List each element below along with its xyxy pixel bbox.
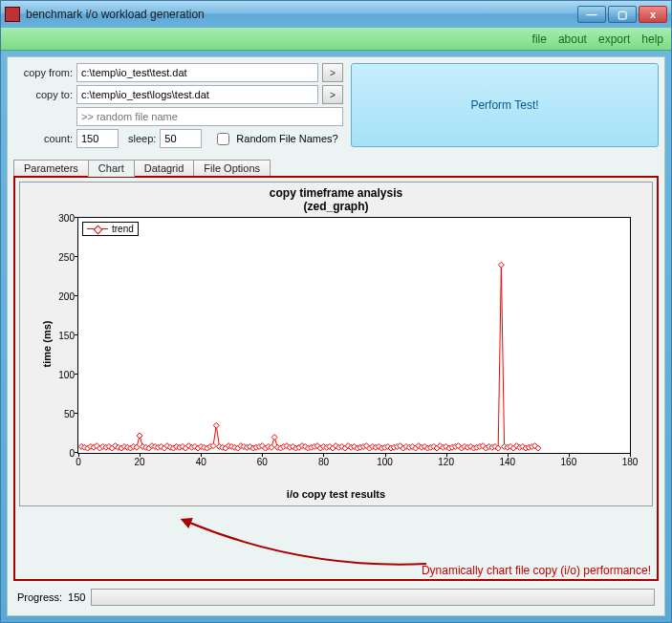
copy-to-label: copy to: xyxy=(13,89,73,100)
menu-file[interactable]: file xyxy=(532,32,547,46)
count-input[interactable] xyxy=(76,129,119,148)
sleep-input[interactable] xyxy=(160,129,202,148)
chart-plot-area: trend 0501001502002503000204060801001201… xyxy=(77,217,631,454)
progress-value: 150 xyxy=(68,591,85,603)
progress-label: Progress: xyxy=(17,591,62,603)
perform-test-button[interactable]: Perform Test! xyxy=(351,63,659,147)
content-panel: copy from: > copy to: > count: sleep: xyxy=(7,56,665,616)
chart-ylabel: time (ms) xyxy=(41,321,53,368)
copy-from-browse-button[interactable]: > xyxy=(322,63,343,82)
tab-file-options[interactable]: File Options xyxy=(193,160,271,177)
menu-export[interactable]: export xyxy=(598,32,630,46)
annotation-arrow-icon xyxy=(111,512,474,579)
tabs: Parameters Chart Datagrid File Options xyxy=(13,159,659,176)
chart-svg xyxy=(78,218,630,453)
tab-datagrid[interactable]: Datagrid xyxy=(134,160,195,177)
chart-highlight-box: copy timeframe analysis (zed_graph) time… xyxy=(13,176,659,581)
app-icon xyxy=(5,7,20,22)
progress-row: Progress: 150 xyxy=(13,581,659,610)
chart-panel: copy timeframe analysis (zed_graph) time… xyxy=(19,182,653,506)
sleep-label: sleep: xyxy=(128,133,156,144)
menu-about[interactable]: about xyxy=(558,32,587,46)
perform-test-label: Perform Test! xyxy=(470,98,538,112)
minimize-button[interactable]: — xyxy=(577,6,606,23)
tab-chart[interactable]: Chart xyxy=(88,160,135,177)
random-filenames-checkbox[interactable] xyxy=(217,133,229,145)
form-panel: copy from: > copy to: > count: sleep: xyxy=(13,63,343,151)
chart-title: copy timeframe analysis xyxy=(24,186,648,200)
copy-from-input[interactable] xyxy=(76,63,318,82)
close-button[interactable]: x xyxy=(639,6,667,23)
window-title: benchmark i/o workload generation xyxy=(26,8,577,21)
chart-subtitle: (zed_graph) xyxy=(24,200,648,213)
chart-xlabel: i/o copy test results xyxy=(20,488,652,500)
random-name-input[interactable] xyxy=(76,107,343,126)
count-label: count: xyxy=(13,133,73,144)
app-window: benchmark i/o workload generation — ▢ x … xyxy=(0,0,672,623)
tab-parameters[interactable]: Parameters xyxy=(13,160,89,177)
copy-to-input[interactable] xyxy=(76,85,318,104)
annotation-text: Dynamically chart file copy (i/o) perfor… xyxy=(422,564,651,577)
random-filenames-label: Random File Names? xyxy=(236,133,337,144)
titlebar[interactable]: benchmark i/o workload generation — ▢ x xyxy=(1,1,671,28)
progress-bar xyxy=(91,589,655,606)
copy-from-label: copy from: xyxy=(13,67,73,78)
menu-help[interactable]: help xyxy=(641,32,663,46)
menubar: file about export help xyxy=(1,28,671,51)
maximize-button[interactable]: ▢ xyxy=(608,6,637,23)
copy-to-browse-button[interactable]: > xyxy=(322,85,343,104)
